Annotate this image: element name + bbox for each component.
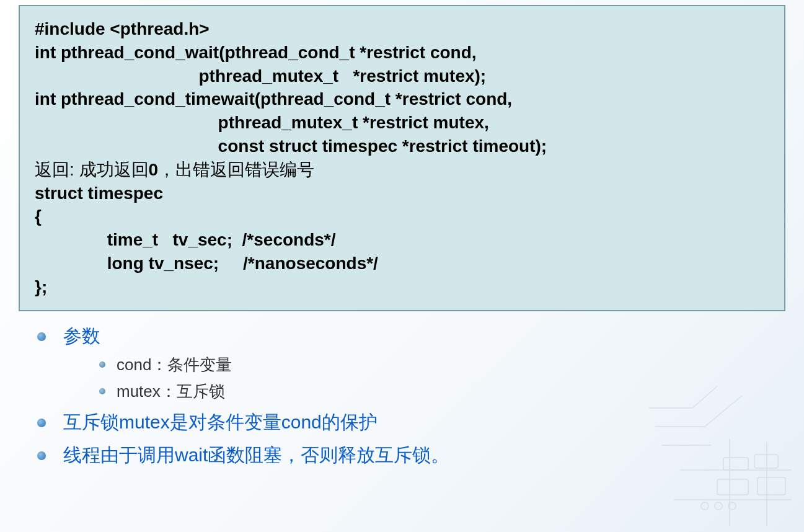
code-line-wait-1: int pthread_cond_wait(pthread_cond_t *re… (35, 41, 769, 64)
code-line-timewait-1: int pthread_cond_timewait(pthread_cond_t… (35, 87, 769, 111)
svg-point-5 (715, 502, 722, 510)
code-line-timewait-3: const struct timespec *restrict timeout)… (35, 135, 769, 158)
code-line-wait-2: pthread_mutex_t *restrict mutex); (35, 64, 769, 88)
bullet-sub-cond: cond：条件变量 (99, 354, 773, 376)
code-line-brace-open: { (35, 205, 769, 228)
bullet-thread-block: 线程由于调用wait函数阻塞，否则释放互斥锁。 (37, 443, 773, 468)
bullet-sub-mutex-label: mutex：互斥锁 (117, 381, 225, 402)
bullet-list: 参数 cond：条件变量 mutex：互斥锁 互斥锁mutex是对条件变量con… (37, 324, 773, 468)
code-line-include: #include <pthread.h> (35, 17, 769, 41)
return-prefix: 返回: 成功返回 (35, 160, 149, 179)
code-line-brace-close: }; (35, 275, 769, 299)
bullet-params-label: 参数 (63, 324, 100, 349)
bullet-icon (99, 361, 105, 368)
return-suffix: ，出错返回错误编号 (158, 160, 314, 179)
svg-point-4 (701, 502, 709, 510)
bullet-sub-mutex: mutex：互斥锁 (99, 381, 773, 402)
bullet-icon (99, 388, 105, 394)
code-line-tvnsec: long tv_nsec; /*nanoseconds*/ (35, 252, 769, 275)
bullet-mutex-protect-label: 互斥锁mutex是对条件变量cond的保护 (63, 410, 378, 435)
bullet-icon (37, 332, 46, 341)
bullet-thread-block-label: 线程由于调用wait函数阻塞，否则释放互斥锁。 (63, 443, 449, 468)
svg-point-6 (728, 502, 736, 510)
code-line-return: 返回: 成功返回0，出错返回错误编号 (35, 158, 769, 182)
bullet-sub-cond-label: cond：条件变量 (117, 354, 232, 376)
svg-rect-2 (717, 479, 748, 495)
bullet-icon (37, 419, 46, 427)
code-box: #include <pthread.h> int pthread_cond_wa… (19, 5, 785, 311)
svg-rect-3 (758, 477, 785, 495)
code-line-tvsec: time_t tv_sec; /*seconds*/ (35, 228, 769, 252)
return-zero: 0 (149, 160, 159, 179)
bullet-params: 参数 (37, 324, 773, 349)
bullet-mutex-protect: 互斥锁mutex是对条件变量cond的保护 (37, 410, 773, 435)
bullet-icon (37, 451, 46, 460)
code-line-struct: struct timespec (35, 182, 769, 205)
code-line-timewait-2: pthread_mutex_t *restrict mutex, (35, 111, 769, 135)
